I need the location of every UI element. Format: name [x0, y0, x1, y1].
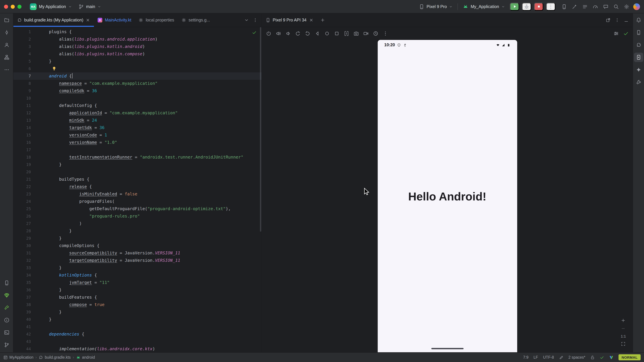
tool-device-explorer-button[interactable] [2, 278, 11, 288]
notifications-button[interactable] [634, 15, 643, 25]
stop-button[interactable] [534, 2, 544, 10]
caret-position[interactable]: 7:9 [523, 355, 528, 359]
tool-structure-button[interactable] [2, 53, 11, 62]
highlighting-pen-icon[interactable] [559, 355, 563, 360]
more-run-options-button[interactable] [546, 2, 556, 10]
screenshot-button[interactable] [354, 31, 359, 36]
editor-tab[interactable]: build.gradle.kts (My Application) [14, 13, 94, 27]
ideavim-icon[interactable] [609, 355, 614, 360]
tool-problems-button[interactable] [2, 316, 11, 325]
tool-pull-requests-button[interactable] [2, 40, 11, 50]
code-line[interactable]: 5} [14, 58, 262, 65]
tab-options-button[interactable] [253, 18, 258, 22]
vcs-branch-widget[interactable]: main [76, 2, 103, 10]
code-line[interactable]: 35 jvmTarget = "11" [14, 279, 262, 286]
tool-app-insights-button[interactable] [634, 77, 643, 87]
code-line[interactable]: 44 implementation(libs.androidx.core.ktx… [14, 345, 262, 352]
display-settings-button[interactable] [614, 31, 619, 36]
tool-running-devices-button[interactable] [634, 53, 643, 62]
run-configuration-selector[interactable]: My_Application [460, 2, 507, 10]
project-widget[interactable]: MA My Application [28, 2, 74, 11]
code-line[interactable]: 23 isMinifyEnabled = false [14, 190, 262, 198]
code-line[interactable]: 7android { [14, 72, 262, 80]
zoom-fit-button[interactable] [621, 342, 626, 346]
code-line[interactable]: 2 alias(libs.plugins.android.application… [14, 35, 262, 43]
code-line[interactable]: 26 "proguard-rules.pro" [14, 213, 262, 220]
code-line[interactable]: 24 proguardFiles( [14, 198, 262, 205]
search-everywhere-button[interactable] [614, 4, 619, 9]
fullscreen-window-button[interactable] [18, 4, 22, 8]
device-screen[interactable]: 10:20 Hello Android! [378, 40, 517, 352]
close-window-button[interactable] [4, 4, 8, 8]
code-line[interactable]: 4 alias(libs.plugins.kotlin.compose) [14, 50, 262, 58]
snapshots-button[interactable] [373, 31, 378, 36]
code-line[interactable]: 6 [14, 65, 262, 72]
zoom-out-button[interactable] [621, 326, 626, 331]
code-line[interactable]: 41 [14, 323, 262, 331]
line-separator[interactable]: LF [534, 355, 538, 359]
code-line[interactable]: 15 versionCode = 1 [14, 131, 262, 139]
code-line[interactable]: 31 sourceCompatibility = JavaVersion.VER… [14, 249, 262, 257]
stripe-more-button[interactable] [2, 65, 11, 74]
ai-assistant-button[interactable] [572, 4, 577, 9]
volume-up-button[interactable] [276, 31, 281, 36]
code-line[interactable]: 36 } [14, 286, 262, 294]
code-line[interactable]: 19 } [14, 161, 262, 168]
code-line[interactable]: 22 release { [14, 183, 262, 190]
rotate-left-button[interactable] [295, 31, 300, 36]
device-selector[interactable]: Pixel 9 Pro [416, 2, 455, 10]
editor-tab[interactable]: KMainActivity.kt [94, 13, 135, 27]
code-line[interactable]: 27 ) [14, 220, 262, 227]
code-line[interactable]: 43 [14, 338, 262, 345]
power-button[interactable] [266, 31, 271, 36]
indent-config[interactable]: 2 spaces* [568, 355, 585, 359]
code-line[interactable]: 28 } [14, 227, 262, 235]
code-line[interactable]: 38 compose = true [14, 301, 262, 308]
code-line[interactable]: 29 } [14, 235, 262, 242]
hide-panel-button[interactable] [624, 18, 628, 22]
close-icon[interactable] [86, 18, 90, 22]
code-line[interactable]: 37 buildFeatures { [14, 294, 262, 301]
profiler-button[interactable] [593, 4, 598, 9]
code-line[interactable]: 8 namespace = "com.example.myapplication… [14, 80, 262, 87]
code-line[interactable]: 18 testInstrumentationRunner = "androidx… [14, 153, 262, 161]
tool-terminal-button[interactable] [2, 328, 11, 337]
code-line[interactable]: 14 targetSdk = 36 [14, 124, 262, 131]
code-line[interactable]: 17 [14, 146, 262, 153]
code-line[interactable]: 33 } [14, 264, 262, 272]
run-button[interactable] [510, 2, 519, 10]
debug-button[interactable] [522, 2, 531, 10]
code-line[interactable]: 9 compileSdk = 36 [14, 87, 262, 94]
code-line[interactable]: 13 minSdk = 24 [14, 117, 262, 124]
volume-down-button[interactable] [286, 31, 291, 36]
editor-tab[interactable]: local.properties [135, 13, 178, 27]
vim-mode-badge[interactable]: NORMAL [618, 354, 641, 360]
settings-button[interactable] [624, 4, 629, 9]
code-line[interactable]: 32 targetCompatibility = JavaVersion.VER… [14, 257, 262, 264]
tool-version-control-button[interactable] [2, 340, 11, 350]
rotate-right-button[interactable] [305, 31, 310, 36]
file-lock-icon[interactable] [590, 355, 595, 360]
code-editor[interactable]: 1plugins {2 alias(libs.plugins.android.a… [14, 27, 262, 352]
inspections-ok-icon[interactable] [252, 30, 256, 35]
code-line[interactable]: 10 [14, 94, 262, 102]
screen-record-button[interactable] [363, 31, 368, 36]
code-line[interactable]: 34 kotlinOptions { [14, 272, 262, 279]
gemini-avatar[interactable] [633, 3, 640, 10]
breadcrumb-item[interactable]: android [76, 355, 95, 360]
extended-controls-button[interactable] [383, 31, 388, 36]
code-line[interactable]: 20 [14, 168, 262, 176]
tool-device-manager-button[interactable] [634, 28, 643, 37]
tool-build-button[interactable] [2, 303, 11, 312]
tool-gradle-button[interactable] [634, 40, 643, 50]
logcat-button[interactable] [582, 4, 588, 9]
tool-commit-button[interactable] [2, 28, 11, 37]
code-line[interactable]: 25 getDefaultProguardFile("proguard-andr… [14, 205, 262, 213]
code-line[interactable]: 39 } [14, 308, 262, 316]
code-line[interactable]: 12 applicationId = "com.example.myapplic… [14, 109, 262, 117]
minimize-window-button[interactable] [11, 4, 15, 8]
code-line[interactable]: 1plugins { [14, 28, 262, 35]
layout-inspector-button[interactable] [562, 4, 567, 9]
breadcrumb-item[interactable]: MyApplication [3, 355, 33, 360]
zoom-in-button[interactable] [621, 318, 626, 323]
